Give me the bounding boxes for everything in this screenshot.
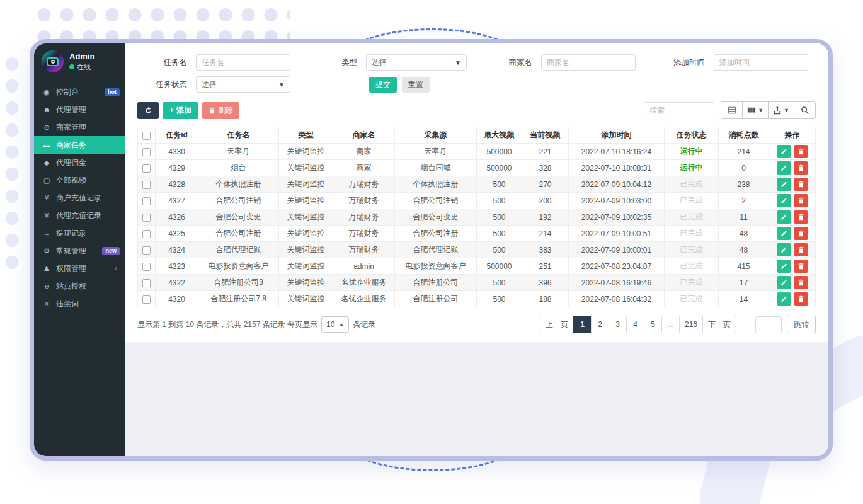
merchant-input[interactable] bbox=[541, 54, 636, 71]
sidebar-item-6[interactable]: ▢全部视频 bbox=[34, 171, 125, 189]
field-type: 类型 选择 ▼ bbox=[290, 54, 467, 71]
task-name-input[interactable] bbox=[196, 54, 290, 71]
cell-max: 500 bbox=[477, 291, 522, 307]
row-edit-button[interactable] bbox=[777, 178, 791, 191]
sidebar-item-10[interactable]: ⚙常规管理new bbox=[34, 242, 125, 260]
page-button-上一页[interactable]: 上一页 bbox=[540, 316, 574, 333]
row-checkbox[interactable] bbox=[142, 295, 151, 304]
add-time-input[interactable] bbox=[714, 54, 808, 71]
settings-gear-icon: ⚙ bbox=[42, 247, 51, 255]
page-button-1[interactable]: 1 bbox=[573, 316, 592, 333]
sidebar-item-label: 违禁词 bbox=[56, 299, 79, 309]
column-header[interactable]: 当前视频 bbox=[522, 127, 569, 144]
row-edit-button[interactable] bbox=[777, 210, 791, 224]
row-edit-button[interactable] bbox=[777, 145, 791, 158]
sidebar-item-4[interactable]: ▬商家任务 bbox=[34, 136, 125, 154]
column-header[interactable]: 操作 bbox=[769, 127, 816, 144]
columns-button[interactable]: ▼ bbox=[742, 101, 769, 119]
cell-time: 2022-07-10 18:16:24 bbox=[569, 144, 665, 160]
type-select[interactable]: 选择 ▼ bbox=[366, 54, 467, 71]
table-search-input[interactable] bbox=[644, 102, 714, 118]
search-button[interactable] bbox=[794, 101, 816, 119]
row-edit-button[interactable] bbox=[777, 161, 791, 175]
row-checkbox[interactable] bbox=[142, 279, 151, 287]
jump-button[interactable]: 跳转 bbox=[787, 316, 816, 333]
row-delete-button[interactable] bbox=[794, 227, 808, 240]
row-delete-button[interactable] bbox=[794, 292, 808, 306]
row-checkbox[interactable] bbox=[142, 164, 151, 173]
page-button-下一页[interactable]: 下一页 bbox=[702, 316, 736, 333]
sidebar-item-11[interactable]: ♟权限管理‹ bbox=[34, 260, 125, 277]
row-checkbox[interactable] bbox=[142, 181, 151, 189]
row-checkbox[interactable] bbox=[142, 230, 151, 238]
column-header[interactable]: 消耗点数 bbox=[719, 127, 769, 144]
export-button[interactable]: ▼ bbox=[768, 101, 794, 119]
cell-actions bbox=[769, 275, 816, 291]
trash-icon bbox=[797, 246, 804, 253]
merchant-tasks-icon: ▬ bbox=[42, 141, 51, 149]
row-delete-button[interactable] bbox=[794, 260, 808, 273]
toggle-view-button[interactable] bbox=[721, 101, 743, 119]
refresh-button[interactable] bbox=[137, 102, 159, 119]
add-button[interactable]: +添加 bbox=[163, 102, 198, 119]
cell-actions bbox=[769, 193, 816, 209]
row-checkbox[interactable] bbox=[142, 197, 151, 205]
row-checkbox[interactable] bbox=[142, 246, 151, 255]
column-header[interactable]: 类型 bbox=[279, 127, 333, 144]
row-delete-button[interactable] bbox=[794, 210, 808, 224]
column-header[interactable]: 任务名 bbox=[198, 127, 279, 144]
jump-page-input[interactable] bbox=[755, 316, 782, 333]
avatar[interactable] bbox=[42, 50, 64, 72]
row-edit-button[interactable] bbox=[777, 194, 791, 207]
row-select-cell bbox=[138, 144, 156, 160]
cell-name: 合肥注册公司3 bbox=[198, 275, 279, 291]
sidebar-item-8[interactable]: ¥代理充值记录 bbox=[34, 207, 125, 224]
sidebar-item-9[interactable]: →提现记录 bbox=[34, 224, 125, 242]
column-header[interactable]: 添加时间 bbox=[569, 127, 665, 144]
reset-button[interactable]: 重置 bbox=[402, 77, 430, 93]
sidebar-item-1[interactable]: ◉控制台hot bbox=[34, 83, 125, 101]
row-delete-button[interactable] bbox=[794, 161, 808, 175]
row-delete-button[interactable] bbox=[794, 145, 808, 158]
column-header[interactable]: 任务id bbox=[156, 127, 198, 144]
row-checkbox[interactable] bbox=[142, 263, 151, 271]
sidebar-item-12[interactable]: ℮站点授权 bbox=[34, 277, 125, 295]
page-button-216[interactable]: 216 bbox=[679, 316, 703, 333]
sidebar-item-5[interactable]: ◆代理佣金 bbox=[34, 154, 125, 171]
row-edit-button[interactable] bbox=[777, 227, 791, 240]
sidebar-item-7[interactable]: ¥商户充值记录 bbox=[34, 189, 125, 207]
row-checkbox[interactable] bbox=[142, 214, 151, 222]
page-button-3[interactable]: 3 bbox=[609, 316, 627, 333]
column-header[interactable]: 最大视频 bbox=[477, 127, 522, 144]
row-edit-button[interactable] bbox=[777, 292, 791, 306]
page-button-5[interactable]: 5 bbox=[644, 316, 662, 333]
row-delete-button[interactable] bbox=[794, 178, 808, 191]
page-button-2[interactable]: 2 bbox=[591, 316, 609, 333]
cell-current: 328 bbox=[522, 160, 569, 176]
submit-button[interactable]: 提交 bbox=[369, 77, 397, 93]
row-delete-button[interactable] bbox=[794, 276, 808, 289]
row-edit-button[interactable] bbox=[777, 260, 791, 273]
delete-button[interactable]: 删除 bbox=[202, 102, 239, 119]
row-edit-button[interactable] bbox=[777, 243, 791, 256]
cell-name: 电影投资意向客户 bbox=[198, 258, 279, 275]
user-name: Admin bbox=[69, 52, 94, 61]
column-header[interactable]: 采集源 bbox=[395, 127, 477, 144]
cell-current: 214 bbox=[522, 226, 569, 242]
cell-source: 合肥公司注销 bbox=[395, 193, 477, 209]
column-header[interactable]: 商家名 bbox=[333, 127, 395, 144]
row-delete-button[interactable] bbox=[794, 194, 808, 207]
sidebar-item-3[interactable]: ⊙商家管理 bbox=[34, 118, 125, 136]
sidebar-item-2[interactable]: ☻代理管理 bbox=[34, 101, 125, 118]
task-status-select[interactable]: 选择 ▼ bbox=[196, 76, 290, 93]
row-delete-button[interactable] bbox=[794, 243, 808, 256]
select-all-checkbox[interactable] bbox=[142, 132, 151, 140]
row-edit-button[interactable] bbox=[777, 276, 791, 289]
sidebar-item-13[interactable]: ×违禁词 bbox=[34, 295, 125, 312]
cell-actions bbox=[769, 242, 816, 258]
page-size-select[interactable]: 10 ▲ bbox=[321, 316, 349, 333]
row-checkbox[interactable] bbox=[142, 148, 151, 156]
column-header[interactable]: 任务状态 bbox=[665, 127, 719, 144]
page-button-4[interactable]: 4 bbox=[626, 316, 644, 333]
cell-max: 500 bbox=[477, 193, 522, 209]
